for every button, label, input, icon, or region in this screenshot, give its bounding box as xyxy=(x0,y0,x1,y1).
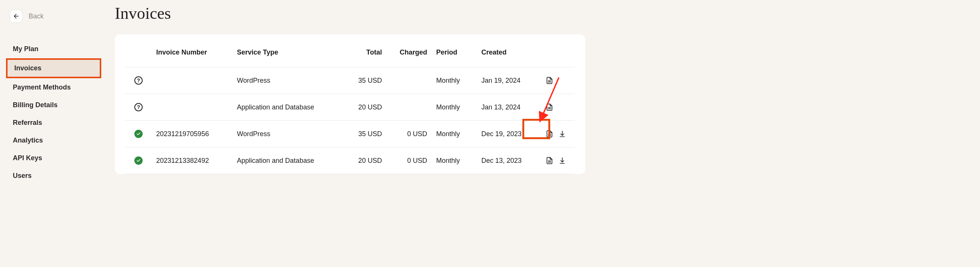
sidebar-item-referrals[interactable]: Referrals xyxy=(6,114,101,131)
document-icon xyxy=(546,130,553,138)
cell-service_type: Application and Database xyxy=(232,94,345,121)
th-charged: Charged xyxy=(387,34,432,67)
document-icon xyxy=(546,77,553,84)
cell-charged xyxy=(387,94,432,121)
sidebar-item-payment-methods[interactable]: Payment Methods xyxy=(6,79,101,96)
cell-created: Dec 13, 2023 xyxy=(477,148,541,174)
sidebar-item-my-plan[interactable]: My Plan xyxy=(6,41,101,57)
download-invoice-button[interactable] xyxy=(558,130,566,138)
back-row[interactable]: Back xyxy=(6,10,101,22)
status-paid-icon xyxy=(134,130,143,138)
document-icon xyxy=(546,103,553,111)
view-invoice-button[interactable] xyxy=(545,130,554,138)
cell-invoice_number xyxy=(152,94,232,121)
sidebar-item-api-keys[interactable]: API Keys xyxy=(6,150,101,167)
cell-charged: 0 USD xyxy=(387,148,432,174)
th-period: Period xyxy=(432,34,477,67)
back-button[interactable] xyxy=(10,10,22,22)
cell-charged xyxy=(387,67,432,94)
table-row: ?WordPress35 USDMonthlyJan 19, 2024 xyxy=(125,67,575,94)
download-invoice-button[interactable] xyxy=(558,156,566,165)
status-paid-icon xyxy=(134,156,143,165)
arrow-left-icon xyxy=(13,13,19,19)
status-pending-icon: ? xyxy=(134,103,143,111)
document-icon xyxy=(546,157,553,164)
cell-invoice_number: 20231219705956 xyxy=(152,121,232,148)
cell-total: 35 USD xyxy=(345,67,387,94)
download-icon xyxy=(558,130,566,138)
cell-service_type: WordPress xyxy=(232,67,345,94)
cell-created: Jan 13, 2024 xyxy=(477,94,541,121)
cell-created: Dec 19, 2023 xyxy=(477,121,541,148)
cell-invoice_number xyxy=(152,67,232,94)
sidebar-nav: My Plan Invoices Payment Methods Billing… xyxy=(6,41,101,184)
th-service-type: Service Type xyxy=(232,34,345,67)
invoices-table: Invoice Number Service Type Total Charge… xyxy=(125,34,575,174)
th-created: Created xyxy=(477,34,541,67)
cell-period: Monthly xyxy=(432,148,477,174)
sidebar-item-billing-details[interactable]: Billing Details xyxy=(6,97,101,114)
cell-total: 35 USD xyxy=(345,121,387,148)
th-total: Total xyxy=(345,34,387,67)
cell-created: Jan 19, 2024 xyxy=(477,67,541,94)
cell-period: Monthly xyxy=(432,94,477,121)
annotation-highlight-sidebar: Invoices xyxy=(6,58,101,78)
cell-service_type: Application and Database xyxy=(232,148,345,174)
table-header-row: Invoice Number Service Type Total Charge… xyxy=(125,34,575,67)
invoices-card: Invoice Number Service Type Total Charge… xyxy=(115,34,585,174)
table-row: ?Application and Database20 USDMonthlyJa… xyxy=(125,94,575,121)
view-invoice-button[interactable] xyxy=(545,156,554,165)
cell-invoice_number: 20231213382492 xyxy=(152,148,232,174)
view-invoice-button[interactable] xyxy=(545,76,554,84)
table-row: 20231219705956WordPress35 USD0 USDMonthl… xyxy=(125,121,575,148)
th-invoice-number: Invoice Number xyxy=(152,34,232,67)
cell-total: 20 USD xyxy=(345,148,387,174)
cell-service_type: WordPress xyxy=(232,121,345,148)
sidebar-item-analytics[interactable]: Analytics xyxy=(6,132,101,149)
download-icon xyxy=(558,157,566,164)
cell-charged: 0 USD xyxy=(387,121,432,148)
cell-period: Monthly xyxy=(432,67,477,94)
view-invoice-button[interactable] xyxy=(545,103,554,111)
back-label: Back xyxy=(29,13,44,20)
page-title: Invoices xyxy=(115,4,972,23)
table-row: 20231213382492Application and Database20… xyxy=(125,148,575,174)
status-pending-icon: ? xyxy=(134,76,143,84)
sidebar-item-invoices[interactable]: Invoices xyxy=(8,60,100,77)
cell-period: Monthly xyxy=(432,121,477,148)
cell-total: 20 USD xyxy=(345,94,387,121)
sidebar-item-users[interactable]: Users xyxy=(6,167,101,184)
